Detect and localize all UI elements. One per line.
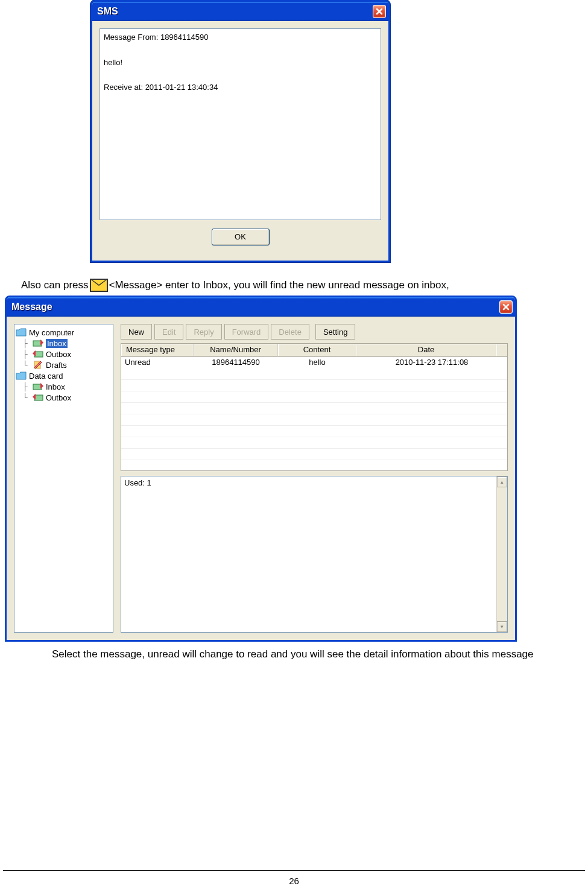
header-content[interactable]: Content: [278, 344, 356, 356]
svg-rect-4: [34, 395, 43, 400]
setting-button[interactable]: Setting: [315, 324, 355, 340]
delete-button: Delete: [271, 324, 309, 340]
para1-after: <Message> enter to Inbox, you will find …: [109, 279, 449, 291]
sms-content[interactable]: Message From: 18964114590 hello! Receive…: [100, 28, 381, 220]
outbox-icon: [33, 393, 43, 402]
drafts-icon: [33, 360, 43, 370]
reply-button: Reply: [186, 324, 221, 340]
footer-divider: [3, 870, 585, 871]
para2-text: Select the message, unread will change t…: [0, 648, 579, 662]
detail-text: Used: 1: [124, 478, 151, 487]
tree-label: Outbox: [46, 393, 71, 402]
svg-rect-1: [34, 352, 43, 357]
vertical-scrollbar[interactable]: ▴ ▾: [496, 476, 507, 632]
tree-outbox-card[interactable]: └ Outbox: [16, 392, 112, 403]
scroll-down-icon[interactable]: ▾: [497, 621, 507, 632]
inbox-icon: [33, 338, 43, 348]
tree-label: Data card: [29, 372, 63, 381]
tree-label: Drafts: [46, 361, 67, 370]
tree-label: Inbox: [46, 382, 65, 391]
message-title: Message: [11, 302, 52, 312]
page-footer: 26: [0, 870, 588, 886]
tree-label: My computer: [29, 328, 74, 337]
edit-button: Edit: [154, 324, 183, 340]
svg-rect-3: [33, 384, 42, 390]
message-titlebar: Message: [7, 297, 515, 317]
folder-tree[interactable]: My computer ├ Inbox ├ Outbox: [14, 324, 113, 633]
cell-content: hello: [278, 357, 356, 369]
cell-date: 2010-11-23 17:11:08: [356, 357, 507, 369]
tree-my-computer[interactable]: My computer: [16, 327, 112, 338]
header-date[interactable]: Date: [356, 344, 496, 356]
page-number: 26: [0, 876, 588, 886]
header-type[interactable]: Message type: [121, 344, 194, 356]
close-button[interactable]: [373, 5, 386, 18]
folder-icon: [16, 371, 27, 381]
message-window: Message My computer ├: [5, 296, 517, 642]
sms-titlebar: SMS: [92, 2, 388, 21]
cell-name: 18964114590: [194, 357, 278, 369]
sms-dialog: SMS Message From: 18964114590 hello! Rec…: [90, 0, 390, 262]
svg-rect-0: [33, 341, 42, 346]
tree-data-card[interactable]: Data card: [16, 370, 112, 381]
folder-icon: [16, 327, 27, 337]
tree-inbox[interactable]: ├ Inbox: [16, 338, 112, 349]
message-detail[interactable]: Used: 1 ▴ ▾: [121, 476, 508, 633]
forward-button: Forward: [224, 324, 269, 340]
instruction-text-1: Also can press <Message> enter to Inbox,…: [21, 279, 449, 292]
header-scroll-spacer: [496, 344, 507, 356]
table-header: Message type Name/Number Content Date: [121, 344, 507, 357]
header-name[interactable]: Name/Number: [194, 344, 278, 356]
message-table[interactable]: Message type Name/Number Content Date Un…: [121, 343, 508, 471]
close-icon: [502, 303, 510, 311]
new-button[interactable]: New: [121, 324, 152, 340]
message-envelope-icon: [90, 279, 108, 292]
cell-type: Unread: [121, 357, 194, 369]
instruction-text-2: Select the message, unread will change t…: [0, 648, 579, 662]
scroll-up-icon[interactable]: ▴: [497, 476, 507, 487]
ok-button[interactable]: OK: [212, 229, 270, 245]
inbox-icon: [33, 382, 43, 391]
tree-label: Outbox: [46, 350, 71, 359]
sms-title: SMS: [97, 6, 118, 17]
close-button[interactable]: [499, 300, 513, 314]
sms-body: Message From: 18964114590 hello! Receive…: [92, 21, 388, 261]
para1-before: Also can press: [21, 279, 89, 291]
close-icon: [376, 8, 383, 15]
table-body: Unread 18964114590 hello 2010-11-23 17:1…: [121, 357, 507, 470]
outbox-icon: [33, 349, 43, 359]
tree-drafts[interactable]: └ Drafts: [16, 359, 112, 370]
tree-label: Inbox: [46, 339, 68, 348]
tree-outbox[interactable]: ├ Outbox: [16, 349, 112, 359]
tree-inbox-card[interactable]: ├ Inbox: [16, 381, 112, 392]
message-toolbar: New Edit Reply Forward Delete Setting: [121, 324, 508, 340]
table-row[interactable]: Unread 18964114590 hello 2010-11-23 17:1…: [121, 357, 507, 369]
